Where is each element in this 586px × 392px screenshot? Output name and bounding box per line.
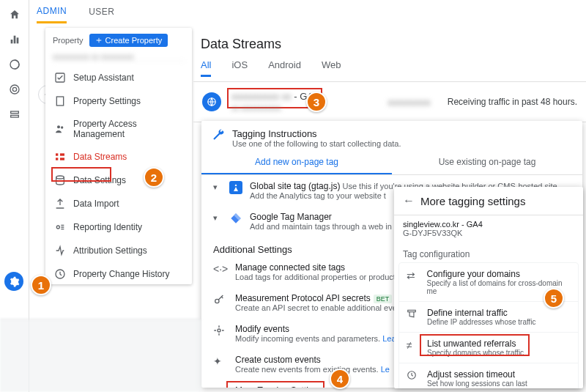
badge-1: 1: [31, 275, 51, 295]
top-tabs: ADMIN USER: [37, 0, 115, 23]
home-icon[interactable]: [9, 9, 21, 21]
highlight-unwanted-referrals: [420, 334, 530, 356]
sidebar-item-attribution-settings[interactable]: Attribution Settings: [45, 239, 192, 262]
key-icon: [213, 294, 226, 308]
highlight-more-tagging: [226, 381, 324, 388]
ds-tab-ios[interactable]: iOS: [231, 59, 248, 77]
main-area: Data Streams All iOS Android Web xxxxxxx…: [193, 28, 586, 122]
chevron-down-icon: ▾: [213, 182, 222, 192]
ds-tab-all[interactable]: All: [201, 59, 211, 77]
target-icon[interactable]: [9, 84, 21, 95]
tc-session-timeout[interactable]: Adjust session timeoutSet how long sessi…: [399, 363, 578, 388]
globe-icon: [202, 92, 221, 111]
badge-3: 3: [306, 92, 327, 112]
svg-point-20: [215, 299, 219, 303]
ds-tabs: All iOS Android Web: [193, 55, 586, 82]
svg-rect-15: [60, 158, 64, 160]
badge-2: 2: [144, 167, 164, 188]
tag-icon: [213, 386, 226, 388]
property-panel: Property Create Property xxxxxxxxxx xx x…: [45, 28, 192, 284]
filter-icon: [407, 308, 420, 321]
svg-point-5: [12, 87, 16, 91]
sidebar-item-data-import[interactable]: Data Import: [45, 192, 192, 215]
sidebar-item-property-settings[interactable]: Property Settings: [45, 89, 192, 113]
svg-rect-13: [56, 158, 58, 160]
popup-property-name: singleview.co.kr - GA4: [403, 220, 574, 229]
modify-icon: [213, 325, 226, 339]
identity-icon: [54, 221, 66, 233]
page-icon: [54, 95, 66, 107]
gtm-icon: [229, 212, 242, 225]
card-title: Tagging Instructions: [232, 128, 401, 139]
popup-property-id: G-DYJF5V33QK: [403, 229, 574, 237]
svg-rect-23: [408, 310, 416, 311]
background-blur: [0, 319, 201, 392]
check-icon: [54, 72, 66, 84]
svg-point-11: [61, 126, 63, 128]
sidebar-item-data-streams[interactable]: Data Streams: [45, 145, 192, 169]
reports-icon[interactable]: [9, 34, 21, 45]
svg-point-21: [218, 329, 220, 332]
svg-point-17: [56, 226, 59, 229]
highlight-data-streams: [51, 167, 111, 182]
chevron-down-icon: ▾: [213, 213, 222, 223]
sidebar-item-property-access[interactable]: Property Access Management: [45, 113, 192, 145]
merge-icon: ⇄: [407, 270, 420, 281]
learn-link[interactable]: Le: [381, 365, 390, 374]
badge-5: 5: [544, 288, 564, 308]
ds-tab-web[interactable]: Web: [322, 59, 341, 77]
sidebar-item-change-history[interactable]: Property Change History: [45, 262, 192, 286]
explore-icon[interactable]: [9, 59, 21, 70]
gtag-icon: [229, 181, 242, 194]
stream-row[interactable]: xxxxxxxxxx xx - GA4 xx xxxxxxxxxxx xxxxx…: [193, 82, 586, 122]
wrench-icon: [212, 128, 225, 145]
popup-title: More tagging settings: [420, 195, 525, 207]
tab-admin[interactable]: ADMIN: [37, 0, 67, 23]
page-title: Data Streams: [201, 37, 586, 52]
tab-user[interactable]: USER: [89, 0, 114, 23]
badge-4: 4: [330, 369, 350, 389]
data-streams-icon: [54, 151, 66, 163]
svg-rect-7: [10, 115, 18, 117]
subtab-existing[interactable]: Use existing on-page tag: [392, 151, 582, 174]
create-property-button[interactable]: Create Property: [89, 34, 168, 47]
tag-config-heading: Tag configuration: [394, 242, 583, 262]
svg-rect-1: [13, 36, 15, 44]
svg-rect-6: [10, 111, 18, 114]
plus-icon: [95, 37, 103, 44]
admin-gear-button[interactable]: [4, 272, 23, 291]
sidebar-item-setup-assistant[interactable]: Setup Assistant: [45, 66, 192, 89]
code-icon: <·>: [213, 263, 226, 275]
svg-rect-0: [10, 40, 12, 43]
stream-id-blurred: xxxxxxxxx: [387, 97, 431, 108]
tc-unwanted-referrals[interactable]: ≠ List unwanted referralsSpecify domains…: [399, 333, 578, 363]
library-icon[interactable]: [9, 108, 21, 120]
stream-status: Receiving traffic in past 48 hours.: [448, 97, 577, 107]
attribution-icon: [54, 245, 66, 256]
arrow-left-icon[interactable]: ←: [403, 194, 415, 207]
people-icon: [54, 123, 66, 135]
subtab-add-new[interactable]: Add new on-page tag: [201, 151, 392, 174]
history-icon: [54, 268, 66, 280]
property-label: Property: [53, 36, 84, 45]
card-subtitle: Use one of the following to start collec…: [232, 139, 401, 148]
svg-rect-14: [60, 153, 64, 155]
clock-icon: [407, 370, 420, 382]
sidebar-item-reporting-identity[interactable]: Reporting Identity: [45, 215, 192, 239]
sparkle-icon: ✦: [213, 355, 226, 367]
svg-point-10: [57, 125, 60, 128]
svg-rect-2: [16, 37, 18, 43]
svg-rect-12: [56, 153, 58, 155]
upload-icon: [54, 198, 66, 210]
ds-tab-android[interactable]: Android: [268, 59, 301, 77]
svg-point-4: [10, 85, 19, 94]
property-id-blurred: xxxxxxxxxx xx xxxxxxxxx: [53, 53, 185, 62]
exclude-icon: ≠: [407, 339, 420, 351]
svg-rect-9: [56, 97, 63, 106]
gear-icon: [9, 276, 20, 287]
